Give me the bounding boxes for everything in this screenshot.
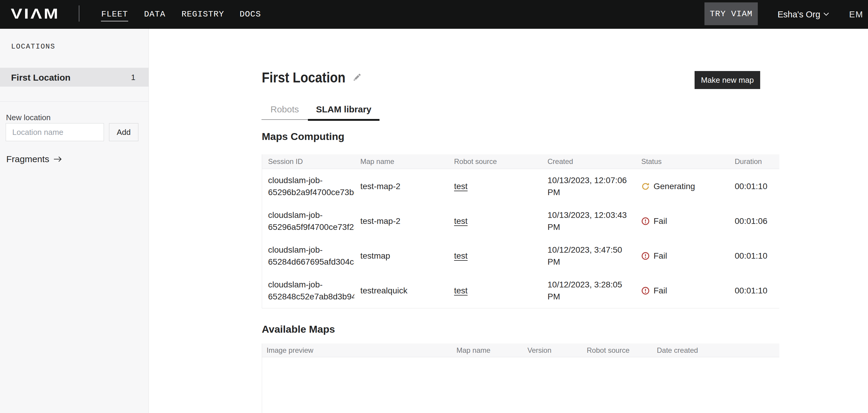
created-cell: 10/13/2023, 12:07:06PM (541, 169, 635, 204)
org-menu[interactable]: Esha's Org (778, 0, 820, 29)
fragments-label: Fragments (6, 154, 49, 164)
available-maps-table: Image previewMap nameVersionRobot source… (262, 344, 779, 413)
main-content: First Location Make new map RobotsSLAM l… (149, 29, 868, 413)
status-cell: Fail (635, 273, 729, 308)
maps-computing-row-3: cloudslam-job-65284d667695afd304c8btestm… (262, 239, 779, 273)
tab-bar: RobotsSLAM library (261, 99, 379, 120)
maps-computing-row-2: cloudslam-job-65296a5f9f4700ce73f2atest-… (262, 204, 779, 239)
duration-cell: 00:01:10 (729, 239, 779, 273)
session-id-cell: cloudslam-job-65296a5f9f4700ce73f2a (262, 204, 354, 239)
maps-computing-row-4: cloudslam-job-652848c52e7ab8d3b94fftestr… (262, 273, 779, 308)
sidebar-item-first-location[interactable]: First Location 1 (0, 68, 149, 87)
session-id-cell: cloudslam-job-65284d667695afd304c8b (262, 239, 354, 273)
map-name-cell: testrealquick (354, 273, 448, 308)
locations-section-label: LOCATIONS (11, 42, 55, 51)
robot-source-link[interactable]: test (454, 216, 468, 226)
status-cell: Fail (635, 239, 729, 273)
map-name-cell: test-map-2 (354, 169, 448, 204)
created-cell: 10/12/2023, 3:47:50PM (541, 239, 635, 273)
nav-fleet[interactable]: FLEET (101, 0, 128, 29)
robot-source-cell: test (448, 169, 541, 204)
tab-robots[interactable]: Robots (261, 99, 308, 120)
robot-source-cell: test (448, 204, 541, 239)
map-name-cell: testmap (354, 239, 448, 273)
nav-docs[interactable]: DOCS (240, 0, 261, 29)
column-header-created: Created (541, 157, 635, 166)
page-title: First Location (262, 70, 345, 85)
robot-source-cell: test (448, 273, 541, 308)
location-name-input[interactable] (6, 123, 104, 141)
viam-logo[interactable]: VIΛM (11, 5, 60, 22)
nav-registry[interactable]: REGISTRY (182, 0, 224, 29)
column-header-date-created: Date created (652, 346, 779, 355)
maps-computing-row-1: cloudslam-job-65296b2a9f4700ce73bd4test-… (262, 169, 779, 204)
robot-source-cell: test (448, 239, 541, 273)
fragments-link[interactable]: Fragments (6, 154, 62, 164)
status-label: Generating (654, 182, 695, 191)
add-location-button[interactable]: Add (109, 123, 138, 141)
nav-data[interactable]: DATA (144, 0, 165, 29)
location-name: First Location (11, 68, 70, 87)
edit-pencil-icon[interactable] (352, 72, 363, 82)
robot-source-link[interactable]: test (454, 286, 468, 296)
location-count: 1 (131, 68, 135, 87)
column-header-map-name: Map name (354, 157, 448, 166)
duration-cell: 00:01:10 (729, 273, 779, 308)
available-maps-table-header: Image previewMap nameVersionRobot source… (262, 344, 779, 357)
try-viam-button[interactable]: TRY VIAM (705, 2, 758, 25)
sidebar-divider (0, 101, 149, 101)
session-id-cell: cloudslam-job-652848c52e7ab8d3b94ff (262, 273, 354, 308)
fail-icon (641, 287, 650, 295)
column-header-map-name: Map name (452, 346, 523, 355)
status-label: Fail (654, 216, 667, 226)
duration-cell: 00:01:06 (729, 204, 779, 239)
locations-sidebar: LOCATIONS First Location 1 New location … (0, 29, 149, 413)
tab-slam-library[interactable]: SLAM library (308, 99, 379, 120)
created-cell: 10/13/2023, 12:03:43PM (541, 204, 635, 239)
arrow-right-icon (53, 155, 62, 163)
generating-spinner-icon (641, 182, 650, 190)
new-location-label: New location (6, 113, 51, 122)
status-cell: Generating (635, 169, 729, 204)
duration-cell: 00:01:10 (729, 169, 779, 204)
avatar[interactable]: EM (849, 0, 864, 29)
top-header: VIΛM FLEETDATAREGISTRYDOCS TRY VIAM Esha… (0, 0, 868, 29)
logo-divider (79, 5, 80, 22)
column-header-image-preview: Image preview (262, 346, 452, 355)
map-name-cell: test-map-2 (354, 204, 448, 239)
make-new-map-button[interactable]: Make new map (694, 71, 760, 89)
column-header-version: Version (523, 346, 582, 355)
available-maps-heading: Available Maps (262, 324, 335, 334)
maps-computing-heading: Maps Computing (262, 131, 344, 142)
fail-icon (641, 252, 650, 260)
created-cell: 10/12/2023, 3:28:05PM (541, 273, 635, 308)
column-header-duration: Duration (729, 157, 779, 166)
column-header-status: Status (635, 157, 729, 166)
status-label: Fail (654, 286, 667, 296)
column-header-robot-source: Robot source (448, 157, 541, 166)
fail-icon (641, 217, 650, 226)
robot-source-link[interactable]: test (454, 251, 468, 261)
status-cell: Fail (635, 204, 729, 239)
status-label: Fail (654, 251, 667, 261)
chevron-down-icon[interactable] (823, 12, 829, 16)
robot-source-link[interactable]: test (454, 182, 468, 191)
column-header-robot-source: Robot source (582, 346, 652, 355)
column-header-session-id: Session ID (262, 157, 354, 166)
maps-computing-table: Session IDMap nameRobot sourceCreatedSta… (262, 154, 779, 308)
maps-computing-table-header: Session IDMap nameRobot sourceCreatedSta… (262, 154, 779, 169)
session-id-cell: cloudslam-job-65296b2a9f4700ce73bd4 (262, 169, 354, 204)
